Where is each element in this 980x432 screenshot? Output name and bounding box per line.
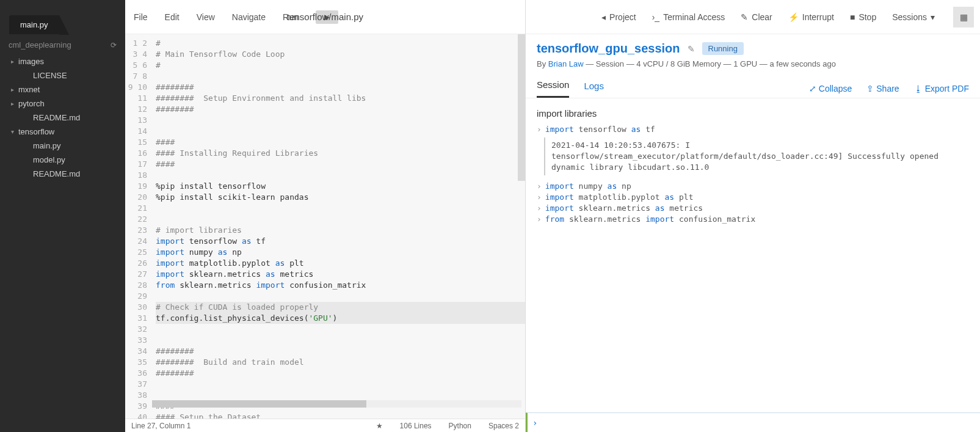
tree-item-pytorch[interactable]: ▸pytorch	[5, 97, 125, 111]
session-prompt[interactable]: ›	[526, 412, 980, 432]
share-button[interactable]: ⇪ Share	[866, 84, 899, 93]
menu-file[interactable]: File	[134, 12, 148, 22]
menu-edit[interactable]: Edit	[165, 12, 180, 22]
output-line: ›import tensorflow as tf	[537, 125, 969, 134]
breadcrumb: tensorflow/main.py	[287, 12, 363, 22]
tree-item-mxnet[interactable]: ▸mxnet	[5, 82, 125, 97]
output-line: ›import sklearn.metrics as metrics	[537, 203, 969, 213]
line-count: 106 Lines	[400, 422, 432, 430]
sessions-dropdown[interactable]: Sessions ▾	[892, 12, 935, 22]
session-toolbar: ◂ Project ›_ Terminal Access ✎ Clear ⚡ I…	[526, 0, 980, 34]
horizontal-scrollbar[interactable]	[152, 400, 521, 408]
vertical-scrollbar[interactable]	[518, 34, 525, 181]
indent-mode[interactable]: Spaces 2	[488, 422, 519, 430]
editor-pane: FileEditViewNavigateRun ▶ tensorflow/mai…	[125, 0, 526, 432]
stop-button[interactable]: ■ Stop	[850, 12, 876, 22]
output-line: ›import matplotlib.pyplot as plt	[537, 192, 969, 202]
status-badge: Running	[702, 42, 744, 55]
menu-bar: FileEditViewNavigateRun ▶ tensorflow/mai…	[125, 0, 525, 34]
interrupt-button[interactable]: ⚡ Interrupt	[788, 12, 834, 22]
grid-icon[interactable]: ▦	[953, 7, 974, 27]
output-line: ›from sklearn.metrics import confusion_m…	[537, 214, 969, 224]
clear-button[interactable]: ✎ Clear	[741, 12, 772, 22]
tab-session[interactable]: Session	[537, 79, 569, 98]
session-title[interactable]: tensorflow_gpu_session	[537, 42, 680, 56]
tree-item-license[interactable]: LICENSE	[5, 68, 125, 82]
project-button[interactable]: ◂ Project	[601, 12, 636, 22]
open-files-tabbar: main.py	[0, 0, 125, 34]
tree-item-readme-md[interactable]: README.md	[5, 111, 125, 125]
refresh-icon[interactable]: ⟳	[111, 41, 117, 49]
session-output: import libraries ›import tensorflow as t…	[526, 98, 980, 412]
file-tree: ▸imagesLICENSE▸mxnet▸pytorchREADME.md▾te…	[0, 53, 125, 181]
file-tab-main[interactable]: main.py	[9, 15, 59, 34]
session-pane: ◂ Project ›_ Terminal Access ✎ Clear ⚡ I…	[526, 0, 980, 432]
line-gutter: 1 2 3 4 5 6 7 8 9 10 11 12 13 14 15 16 1…	[125, 34, 152, 419]
session-header: tensorflow_gpu_session ✎ Running By Bria…	[526, 34, 980, 71]
tree-item-model-py[interactable]: model.py	[5, 153, 125, 167]
language-mode[interactable]: Python	[449, 422, 471, 430]
edit-title-icon[interactable]: ✎	[688, 44, 695, 54]
author-link[interactable]: Brian Law	[548, 59, 584, 68]
tree-item-main-py[interactable]: main.py	[5, 139, 125, 153]
terminal-button[interactable]: ›_ Terminal Access	[652, 12, 725, 22]
export-pdf-button[interactable]: ⭳ Export PDF	[914, 84, 969, 93]
cursor-position: Line 27, Column 1	[131, 422, 191, 430]
collapse-button[interactable]: ⤢ Collapse	[809, 84, 852, 93]
menu-view[interactable]: View	[197, 12, 215, 22]
status-bar: Line 27, Column 1 ★ 106 Lines Python Spa…	[125, 419, 525, 432]
tree-item-tensorflow[interactable]: ▾tensorflow	[5, 125, 125, 139]
session-meta: By Brian Law — Session — 4 vCPU / 8 GiB …	[537, 59, 969, 68]
log-output: 2021-04-14 10:20:53.407675: I tensorflow…	[544, 137, 969, 175]
project-header: cml_deeplearning ⟳	[0, 34, 125, 53]
output-line: ›import numpy as np	[537, 181, 969, 191]
tree-item-images[interactable]: ▸images	[5, 54, 125, 68]
star-icon[interactable]: ★	[376, 422, 383, 430]
cell-label: import libraries	[537, 108, 969, 119]
code-body[interactable]: # # Main Tensorflow Code Loop # ########…	[152, 34, 525, 419]
project-name: cml_deeplearning	[9, 40, 71, 49]
tab-logs[interactable]: Logs	[584, 81, 604, 97]
code-editor[interactable]: 1 2 3 4 5 6 7 8 9 10 11 12 13 14 15 16 1…	[125, 34, 525, 419]
sidebar: main.py cml_deeplearning ⟳ ▸imagesLICENS…	[0, 0, 125, 432]
menu-navigate[interactable]: Navigate	[232, 12, 266, 22]
tree-item-readme-md[interactable]: README.md	[5, 167, 125, 181]
session-tabs: Session Logs ⤢ Collapse ⇪ Share ⭳ Export…	[526, 71, 980, 98]
